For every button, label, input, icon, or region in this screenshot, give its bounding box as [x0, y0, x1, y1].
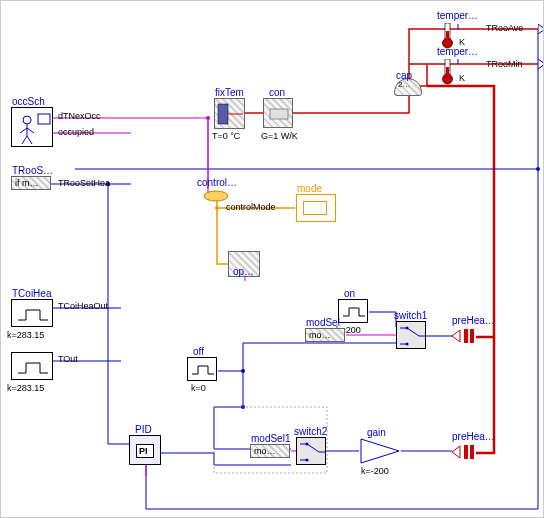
cap-block: cap 2… — [394, 78, 422, 96]
op-block: op… — [228, 251, 260, 277]
off-block: off — [187, 357, 217, 381]
tout-block — [11, 352, 53, 380]
svg-rect-13 — [446, 67, 449, 77]
pid-label: PID — [135, 424, 152, 435]
switch2-block: switch2 — [296, 437, 326, 465]
modsel-sub: mo… — [309, 330, 331, 340]
temp2-unit: K — [459, 73, 465, 83]
gain-label: gain — [367, 427, 386, 438]
prehea2-label: preHea… — [452, 431, 495, 442]
troosethea-out: TRooSetHea — [58, 178, 110, 188]
svg-point-1 — [536, 167, 540, 171]
pid-inner: PI — [139, 446, 148, 456]
person-icon — [12, 108, 54, 148]
temp-sensor-2: temper… K — [437, 49, 461, 87]
tout-label: TOut — [58, 354, 78, 364]
troos-label: TRooS… — [12, 165, 53, 176]
on-block: on — [338, 299, 368, 323]
op-label: op… — [233, 266, 254, 277]
trooave-out: TRooAve — [486, 23, 523, 33]
switch1-label: switch1 — [394, 310, 427, 321]
modsel1-label: modSel1 — [251, 433, 290, 444]
svg-rect-14 — [218, 104, 228, 124]
temp1-title: temper… — [437, 10, 478, 21]
prehea2-block: preHea… — [452, 443, 480, 463]
pid-block: PID PI — [129, 435, 161, 465]
mode-label: mode — [297, 183, 322, 194]
troos-block: TRooS… if m… — [11, 176, 51, 190]
tcoiheaout-label: TCoiHeaOut — [58, 301, 108, 311]
switch2-label: switch2 — [294, 426, 327, 437]
occsch-block: occSch — [11, 107, 53, 147]
modsel1-sub: mo… — [254, 446, 276, 456]
troomin-out: TRooMin — [486, 59, 523, 69]
switch1-block: switch1 — [396, 321, 426, 349]
svg-point-2 — [206, 116, 210, 120]
svg-point-16 — [23, 116, 31, 124]
tcoihea-sub: k=283.15 — [7, 330, 44, 340]
svg-rect-26 — [470, 445, 474, 459]
svg-point-23 — [306, 443, 309, 446]
dtnexocc-out: dTNexOcc — [58, 111, 101, 121]
modsel-block: modSel mo… — [305, 328, 345, 342]
fixtem-sub: T=0 °C — [212, 131, 240, 141]
svg-rect-15 — [270, 109, 288, 119]
svg-point-4 — [215, 206, 219, 210]
off-label: off — [193, 346, 204, 357]
mode-block: mode — [296, 194, 336, 222]
occupied-out: occupied — [58, 127, 94, 137]
svg-rect-25 — [464, 445, 468, 459]
con-sub: G=1 W/K — [261, 131, 298, 141]
tcoihea-label: TCoiHea — [12, 288, 51, 299]
controlmode-label: controlMode — [226, 202, 276, 212]
gain-sub: k=-200 — [361, 466, 389, 476]
on-label: on — [344, 288, 355, 299]
modsel1-block: modSel1 mo… — [250, 444, 290, 458]
off-sub: k=0 — [191, 383, 206, 393]
fixtem-block: fixTem — [214, 98, 245, 129]
svg-point-5 — [241, 369, 245, 373]
tout-sub: k=283.15 — [7, 383, 44, 393]
con-label: con — [269, 87, 285, 98]
cap-sub: 2… — [398, 80, 410, 89]
svg-rect-22 — [470, 329, 474, 343]
controlbus-label: control… — [197, 177, 237, 188]
svg-point-6 — [241, 405, 245, 409]
svg-rect-10 — [446, 31, 449, 41]
prehea1-label: preHea… — [452, 315, 495, 326]
svg-point-19 — [406, 327, 409, 330]
fixtem-label: fixTem — [215, 87, 244, 98]
svg-rect-17 — [38, 114, 50, 124]
trooave-port — [538, 24, 544, 36]
prehea1-block: preHea… — [452, 327, 480, 347]
troos-sub: if m… — [15, 178, 39, 188]
troomin-port — [538, 59, 544, 71]
svg-point-24 — [306, 459, 309, 462]
svg-rect-21 — [464, 329, 468, 343]
temp2-title: temper… — [437, 46, 478, 57]
svg-point-20 — [406, 343, 409, 346]
tcoihea-block: TCoiHea — [11, 299, 53, 327]
gain-block: gain — [359, 437, 403, 467]
svg-point-18 — [204, 191, 228, 201]
modsel-label: modSel — [306, 317, 340, 328]
con-block: con — [263, 98, 293, 128]
occsch-label: occSch — [12, 96, 45, 107]
